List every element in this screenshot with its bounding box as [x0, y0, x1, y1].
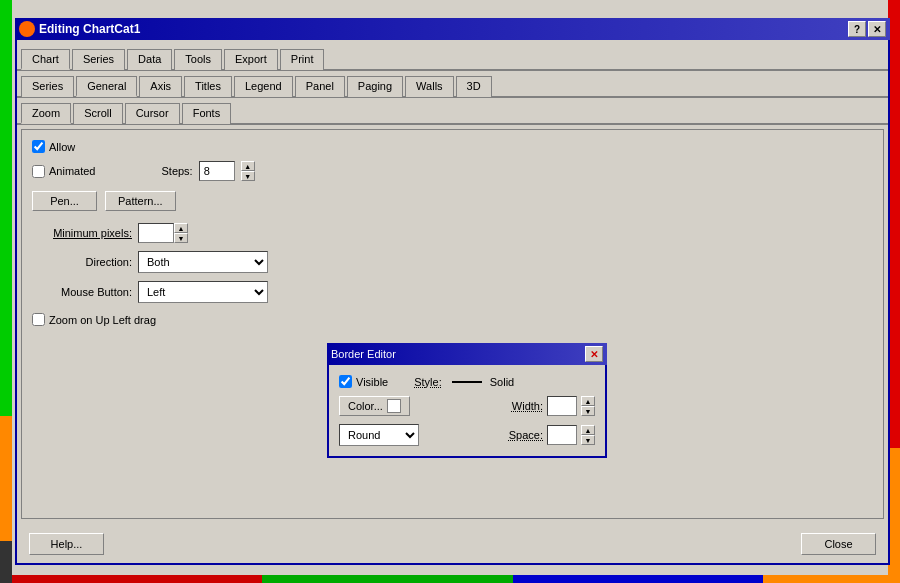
bot-blue	[513, 575, 763, 583]
style-value-text: Solid	[490, 376, 514, 388]
mouse-btn-row: Mouse Button: Left Right Both	[32, 281, 873, 303]
left-bar-orange	[0, 416, 12, 541]
title-bar: Editing ChartCat1 ? ✕	[15, 18, 890, 40]
tab-zoom[interactable]: Zoom	[21, 103, 71, 124]
tab-data[interactable]: Data	[127, 49, 172, 70]
space-container: Space: ▲ ▼	[509, 425, 595, 445]
width-input[interactable]: 1	[547, 396, 577, 416]
zoom-drag-checkbox[interactable]	[32, 313, 45, 326]
min-pixels-row: Minimum pixels: 16 ▲ ▼	[32, 223, 873, 243]
main-window: Editing ChartCat1 ? ✕ Chart Series Data …	[15, 20, 890, 565]
allow-checkbox[interactable]	[32, 140, 45, 153]
allow-checkbox-label[interactable]: Allow	[32, 140, 75, 153]
bot-green	[262, 575, 512, 583]
tab-paging[interactable]: Paging	[347, 76, 403, 97]
animated-checkbox-label[interactable]: Animated	[32, 165, 95, 178]
tab-panel[interactable]: Panel	[295, 76, 345, 97]
bot-red	[12, 575, 262, 583]
space-spinner: ▲ ▼	[581, 425, 595, 445]
round-container: Round Square Flat	[339, 424, 419, 446]
direction-row: Direction: Both Horizontal Vertical	[32, 251, 873, 273]
tab-bar-3: Zoom Scroll Cursor Fonts	[17, 98, 888, 125]
width-label: Width:	[512, 400, 543, 412]
color-btn-label: Color...	[348, 400, 383, 412]
tab-tools[interactable]: Tools	[174, 49, 222, 70]
border-editor-title-text: Border Editor	[331, 348, 396, 360]
tab-3d[interactable]: 3D	[456, 76, 492, 97]
steps-down-btn[interactable]: ▼	[241, 171, 255, 181]
visible-checkbox[interactable]	[339, 375, 352, 388]
width-spinner: ▲ ▼	[581, 396, 595, 416]
tab-titles[interactable]: Titles	[184, 76, 232, 97]
help-btn[interactable]: Help...	[29, 533, 104, 555]
width-down-btn[interactable]: ▼	[581, 406, 595, 416]
steps-input[interactable]: 8	[199, 161, 235, 181]
width-up-btn[interactable]: ▲	[581, 396, 595, 406]
mouse-btn-select[interactable]: Left Right Both	[138, 281, 268, 303]
tab-bar-1: Chart Series Data Tools Export Print	[17, 44, 888, 71]
zoom-drag-row: Zoom on Up Left drag	[32, 313, 873, 326]
window-title: Editing ChartCat1	[39, 22, 848, 36]
close-btn[interactable]: Close	[801, 533, 876, 555]
tab-print[interactable]: Print	[280, 49, 325, 70]
tab-walls[interactable]: Walls	[405, 76, 453, 97]
left-sidebar	[0, 0, 12, 583]
style-value-container: Solid	[452, 376, 514, 388]
zoom-drag-label[interactable]: Zoom on Up Left drag	[32, 313, 156, 326]
left-bar-green	[0, 0, 12, 416]
round-select[interactable]: Round Square Flat	[339, 424, 419, 446]
tab-fonts[interactable]: Fonts	[182, 103, 232, 124]
space-input[interactable]	[547, 425, 577, 445]
allow-label: Allow	[49, 141, 75, 153]
help-title-btn[interactable]: ?	[848, 21, 866, 37]
steps-label: Steps:	[161, 165, 192, 177]
close-title-btn[interactable]: ✕	[868, 21, 886, 37]
tab-series[interactable]: Series	[72, 49, 125, 70]
left-bar-dark	[0, 541, 12, 583]
bottom-color-bar	[12, 575, 888, 583]
space-label: Space:	[509, 429, 543, 441]
border-editor-content: Visible Style: Solid Color... Widt	[329, 367, 605, 456]
tab-cursor[interactable]: Cursor	[125, 103, 180, 124]
bottom-bar: Help... Close	[17, 533, 888, 555]
border-editor-dialog: Border Editor ✕ Visible Style: Solid	[327, 345, 607, 458]
mouse-btn-label: Mouse Button:	[32, 286, 132, 298]
steps-up-btn[interactable]: ▲	[241, 161, 255, 171]
tab-axis[interactable]: Axis	[139, 76, 182, 97]
space-down-btn[interactable]: ▼	[581, 435, 595, 445]
visible-style-row: Visible Style: Solid	[339, 375, 595, 388]
direction-select[interactable]: Both Horizontal Vertical	[138, 251, 268, 273]
animated-label: Animated	[49, 165, 95, 177]
round-space-row: Round Square Flat Space: ▲ ▼	[339, 424, 595, 446]
border-editor-title-bar: Border Editor ✕	[327, 343, 607, 365]
solid-line-icon	[452, 381, 482, 383]
tab-general[interactable]: General	[76, 76, 137, 97]
space-up-btn[interactable]: ▲	[581, 425, 595, 435]
tab-bar-2: Series General Axis Titles Legend Panel …	[17, 71, 888, 98]
min-pixels-label: Minimum pixels:	[32, 227, 132, 239]
tab-export[interactable]: Export	[224, 49, 278, 70]
app-icon	[19, 21, 35, 37]
tab-chart[interactable]: Chart	[21, 49, 70, 70]
color-btn[interactable]: Color...	[339, 396, 410, 416]
min-pixels-input[interactable]: 16	[138, 223, 174, 243]
animated-checkbox[interactable]	[32, 165, 45, 178]
color-width-row: Color... Width: 1 ▲ ▼	[339, 396, 595, 416]
direction-label: Direction:	[32, 256, 132, 268]
bot-orange	[763, 575, 888, 583]
tab-series-2[interactable]: Series	[21, 76, 74, 97]
min-pixels-spinner: ▲ ▼	[174, 223, 188, 243]
tab-scroll[interactable]: Scroll	[73, 103, 123, 124]
pen-btn[interactable]: Pen...	[32, 191, 97, 211]
visible-checkbox-label[interactable]: Visible	[339, 375, 388, 388]
min-pixels-up-btn[interactable]: ▲	[174, 223, 188, 233]
color-swatch	[387, 399, 401, 413]
border-editor-close-btn[interactable]: ✕	[585, 346, 603, 362]
width-container: Width: 1 ▲ ▼	[512, 396, 595, 416]
content-area: Allow Animated Steps: 8 ▲ ▼ Pen... Patte…	[21, 129, 884, 519]
pattern-btn[interactable]: Pattern...	[105, 191, 176, 211]
min-pixels-down-btn[interactable]: ▼	[174, 233, 188, 243]
style-label: Style:	[414, 376, 442, 388]
title-bar-buttons: ? ✕	[848, 21, 886, 37]
tab-legend[interactable]: Legend	[234, 76, 293, 97]
